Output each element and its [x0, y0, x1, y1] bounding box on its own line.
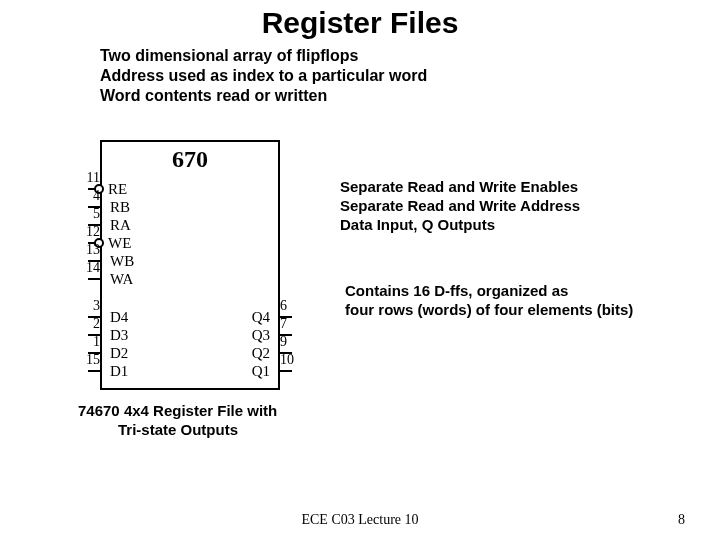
chip-body: 670 11 RE 4 RB 5 RA 12 WE 13 WB	[100, 140, 280, 390]
pin-number: 9	[278, 334, 287, 350]
pin-tick	[88, 370, 102, 372]
pin-row: 2 D3 Q3 7	[102, 326, 278, 344]
pin-tick	[278, 370, 292, 372]
pin-name: D1	[110, 363, 128, 380]
bullets: Two dimensional array of flipflops Addre…	[100, 46, 720, 106]
caption-line: Tri-state Outputs	[78, 421, 277, 440]
pin-number: 6	[278, 298, 287, 314]
pin-name: WA	[110, 271, 133, 288]
pin-row: 15 D1 Q1 10	[102, 362, 278, 380]
pin-name: Q4	[252, 309, 270, 326]
pin-row: 12 WE	[102, 234, 278, 252]
pin-name: WE	[108, 235, 131, 252]
footer-lecture: ECE C03 Lecture 10	[0, 512, 720, 528]
note-line: Separate Read and Write Address	[340, 197, 580, 216]
pin-name: D3	[110, 327, 128, 344]
pin-number: 13	[86, 242, 102, 258]
pin-row: 11 RE	[102, 180, 278, 198]
pin-number: 3	[93, 298, 102, 314]
bullet-line: Two dimensional array of flipflops	[100, 46, 720, 66]
pin-name: WB	[110, 253, 134, 270]
note-line: Contains 16 D-ffs, organized as	[345, 282, 633, 301]
footer-page-number: 8	[678, 512, 685, 528]
caption-line: 74670 4x4 Register File with	[78, 402, 277, 421]
pin-number: 14	[86, 260, 102, 276]
pin-row: 14 WA	[102, 270, 278, 288]
chip-diagram: 670 11 RE 4 RB 5 RA 12 WE 13 WB	[100, 140, 280, 390]
pin-number: 1	[93, 334, 102, 350]
side-notes-organization: Contains 16 D-ffs, organized as four row…	[345, 282, 633, 320]
pin-name: Q3	[252, 327, 270, 344]
pin-name: D2	[110, 345, 128, 362]
pin-number: 15	[86, 352, 102, 368]
pin-name: D4	[110, 309, 128, 326]
bullet-line: Address used as index to a particular wo…	[100, 66, 720, 86]
page-title: Register Files	[0, 0, 720, 40]
pin-name: Q1	[252, 363, 270, 380]
chip-caption: 74670 4x4 Register File with Tri-state O…	[78, 402, 277, 440]
pin-tick	[88, 278, 102, 280]
pin-row: 4 RB	[102, 198, 278, 216]
chip-part-number: 670	[102, 146, 278, 173]
pin-row: 1 D2 Q2 9	[102, 344, 278, 362]
pin-row: 5 RA	[102, 216, 278, 234]
pin-number: 7	[278, 316, 287, 332]
pin-number: 5	[93, 206, 102, 222]
pin-name: RB	[110, 199, 130, 216]
note-line: Data Input, Q Outputs	[340, 216, 580, 235]
pin-number: 2	[93, 316, 102, 332]
side-notes-enables: Separate Read and Write Enables Separate…	[340, 178, 580, 234]
pin-name: RA	[110, 217, 131, 234]
pin-name: RE	[108, 181, 127, 198]
pin-number: 10	[278, 352, 294, 368]
bullet-line: Word contents read or written	[100, 86, 720, 106]
pin-row: 3 D4 Q4 6	[102, 308, 278, 326]
note-line: Separate Read and Write Enables	[340, 178, 580, 197]
pin-name: Q2	[252, 345, 270, 362]
pin-row: 13 WB	[102, 252, 278, 270]
pin-number: 4	[93, 188, 102, 204]
note-line: four rows (words) of four elements (bits…	[345, 301, 633, 320]
